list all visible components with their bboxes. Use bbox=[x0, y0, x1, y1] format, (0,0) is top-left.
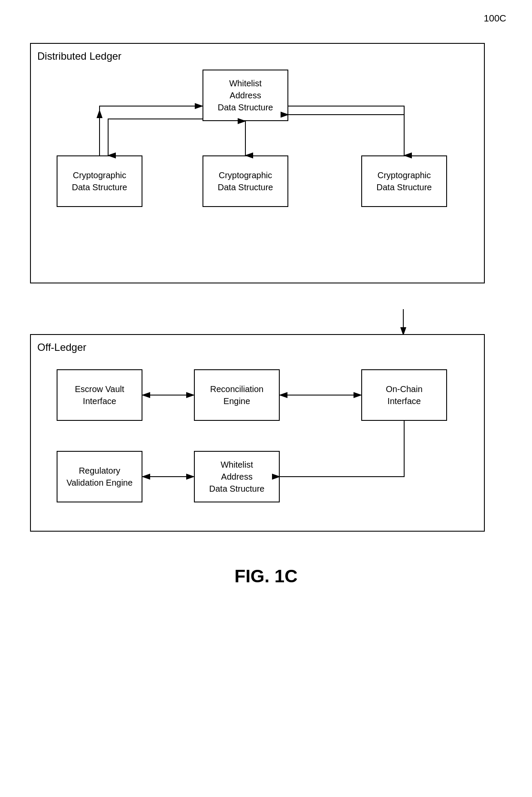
figure-label: FIG. 1C bbox=[17, 566, 515, 587]
on-chain-box: On-ChainInterface bbox=[361, 369, 447, 421]
whitelist-bottom-text: WhitelistAddressData Structure bbox=[209, 459, 265, 495]
crypto-center-box: CryptographicData Structure bbox=[203, 155, 288, 207]
crypto-left-text: CryptographicData Structure bbox=[72, 169, 127, 193]
regulatory-text: RegulatoryValidation Engine bbox=[66, 465, 133, 489]
figure-id-label: 100C bbox=[484, 13, 506, 24]
crypto-right-text: CryptographicData Structure bbox=[377, 169, 432, 193]
regulatory-box: RegulatoryValidation Engine bbox=[57, 451, 142, 502]
connector-svg bbox=[30, 309, 485, 335]
distributed-ledger-section: Distributed Ledger WhitelistAddressData … bbox=[30, 43, 485, 283]
on-chain-text: On-ChainInterface bbox=[386, 383, 423, 407]
off-ledger-label: Off-Ledger bbox=[37, 341, 478, 353]
escrow-vault-text: Escrow VaultInterface bbox=[75, 383, 124, 407]
crypto-left-box: CryptographicData Structure bbox=[57, 155, 142, 207]
diagram-area: Distributed Ledger WhitelistAddressData … bbox=[30, 43, 502, 532]
off-ledger-section: Off-Ledger Escrow VaultInterface Reconci… bbox=[30, 334, 485, 532]
distributed-ledger-label: Distributed Ledger bbox=[37, 50, 478, 62]
connector-area bbox=[30, 309, 485, 335]
crypto-center-text: CryptographicData Structure bbox=[218, 169, 273, 193]
whitelist-bottom-box: WhitelistAddressData Structure bbox=[194, 451, 280, 502]
reconciliation-box: ReconciliationEngine bbox=[194, 369, 280, 421]
reconciliation-text: ReconciliationEngine bbox=[210, 383, 264, 407]
whitelist-top-box: WhitelistAddressData Structure bbox=[203, 70, 288, 121]
escrow-vault-box: Escrow VaultInterface bbox=[57, 369, 142, 421]
whitelist-top-text: WhitelistAddressData Structure bbox=[218, 77, 273, 113]
page-container: 100C Distributed Ledger WhitelistAddress… bbox=[0, 0, 532, 797]
crypto-right-box: CryptographicData Structure bbox=[361, 155, 447, 207]
